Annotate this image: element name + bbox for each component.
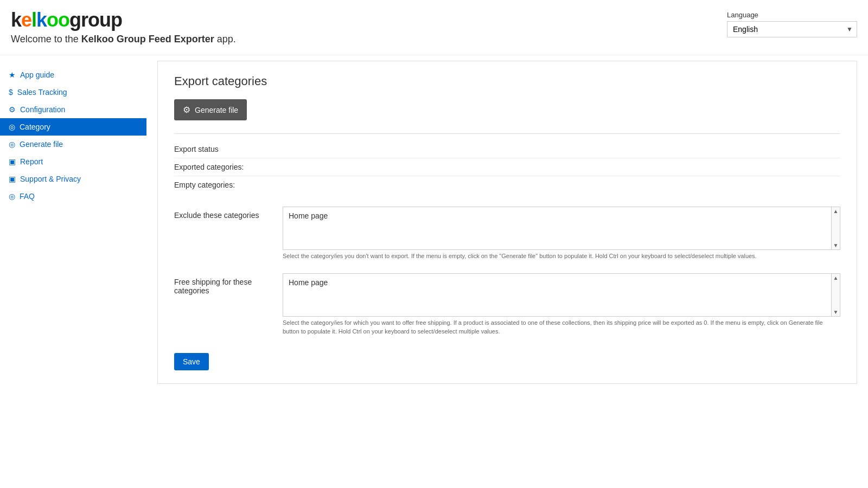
sidebar-item-label: Sales Tracking	[17, 88, 67, 97]
empty-categories-label: Empty categories:	[174, 181, 235, 189]
circle-icon: ◎	[9, 123, 15, 131]
scroll-up-icon[interactable]: ▲	[833, 208, 839, 214]
logo-l: l	[31, 9, 36, 31]
sidebar-item-label: Report	[20, 157, 43, 166]
sidebar-item-app-guide[interactable]: ★ App guide	[0, 66, 146, 84]
sidebar-item-label: Generate file	[20, 140, 63, 149]
sidebar-item-label: Configuration	[20, 105, 65, 114]
sidebar-item-support-privacy[interactable]: ▣ Support & Privacy	[0, 170, 146, 188]
free-shipping-hint: Select the category/ies for which you wa…	[283, 319, 840, 336]
cog-icon: ⚙	[183, 105, 190, 115]
free-shipping-option[interactable]: Home page	[283, 274, 840, 291]
language-section: Language English French German Spanish I…	[727, 11, 857, 37]
free-shipping-row: Free shipping for these categories Home …	[174, 273, 840, 336]
circle2-icon: ◎	[9, 140, 15, 149]
exclude-categories-label: Exclude these categories	[174, 207, 283, 220]
exported-categories-row: Exported categories:	[174, 158, 840, 176]
exported-categories-label: Exported categories:	[174, 163, 244, 171]
save-button[interactable]: Save	[174, 353, 209, 370]
main-content: Export categories ⚙ Generate file Export…	[157, 61, 857, 384]
free-shipping-field: Home page ▲ ▼ Select the category/ies fo…	[283, 273, 840, 336]
exclude-listbox-option[interactable]: Home page	[283, 207, 840, 224]
export-status-label: Export status	[174, 145, 219, 153]
sidebar-item-label: FAQ	[20, 192, 35, 201]
star-icon: ★	[9, 70, 16, 79]
sidebar-item-label: Support & Privacy	[20, 175, 81, 183]
language-label: Language	[727, 11, 758, 19]
logo-e: e	[21, 9, 31, 31]
header: kelkoogroup Welcome to the Kelkoo Group …	[0, 0, 868, 49]
dollar-icon: $	[9, 88, 13, 97]
welcome-brand: Kelkoo Group Feed Exporter	[81, 34, 214, 44]
welcome-prefix: Welcome to the	[11, 34, 81, 44]
square-icon: ▣	[9, 157, 16, 166]
exclude-categories-row: Exclude these categories Home page ▲ ▼ S…	[174, 207, 840, 260]
scroll-down-icon[interactable]: ▼	[833, 242, 839, 248]
export-status-section: Export status Exported categories: Empty…	[174, 133, 840, 194]
sidebar: ★ App guide $ Sales Tracking ⚙ Configura…	[0, 61, 146, 384]
sidebar-item-sales-tracking[interactable]: $ Sales Tracking	[0, 84, 146, 101]
free-shipping-scrollbar: ▲ ▼	[831, 274, 840, 316]
sidebar-item-label: Category	[20, 123, 50, 131]
square2-icon: ▣	[9, 175, 16, 183]
logo-rest: group	[69, 9, 122, 31]
sidebar-item-configuration[interactable]: ⚙ Configuration	[0, 101, 146, 118]
logo-section: kelkoogroup Welcome to the Kelkoo Group …	[11, 9, 236, 45]
logo: kelkoogroup	[11, 9, 236, 31]
welcome-text: Welcome to the Kelkoo Group Feed Exporte…	[11, 34, 236, 45]
language-select-wrapper: English French German Spanish Italian ▼	[727, 21, 857, 37]
sidebar-item-category[interactable]: ◎ Category	[0, 118, 146, 136]
page-title: Export categories	[174, 74, 840, 88]
header-divider	[0, 55, 868, 55]
sidebar-item-generate-file[interactable]: ◎ Generate file	[0, 136, 146, 153]
language-select[interactable]: English French German Spanish Italian	[727, 21, 857, 37]
generate-file-button[interactable]: ⚙ Generate file	[174, 99, 247, 120]
scroll-up2-icon[interactable]: ▲	[833, 275, 839, 281]
exclude-categories-listbox[interactable]: Home page ▲ ▼	[283, 207, 840, 250]
logo-k: k	[11, 9, 21, 31]
exclude-categories-hint: Select the category/ies you don't want t…	[283, 252, 840, 260]
welcome-suffix: app.	[214, 34, 236, 44]
gear-icon: ⚙	[9, 105, 16, 114]
sidebar-item-report[interactable]: ▣ Report	[0, 153, 146, 170]
free-shipping-label: Free shipping for these categories	[174, 273, 283, 295]
export-status-row: Export status	[174, 140, 840, 158]
circle3-icon: ◎	[9, 192, 15, 201]
exclude-scrollbar: ▲ ▼	[831, 207, 840, 249]
exclude-categories-field: Home page ▲ ▼ Select the category/ies yo…	[283, 207, 840, 260]
sidebar-item-label: App guide	[20, 70, 54, 79]
layout: ★ App guide $ Sales Tracking ⚙ Configura…	[0, 61, 868, 395]
logo-k2: k	[36, 9, 47, 31]
free-shipping-listbox[interactable]: Home page ▲ ▼	[283, 273, 840, 317]
generate-btn-label: Generate file	[195, 106, 238, 114]
empty-categories-row: Empty categories:	[174, 176, 840, 194]
sidebar-item-faq[interactable]: ◎ FAQ	[0, 188, 146, 205]
logo-oo: oo	[47, 9, 69, 31]
scroll-down2-icon[interactable]: ▼	[833, 309, 839, 315]
